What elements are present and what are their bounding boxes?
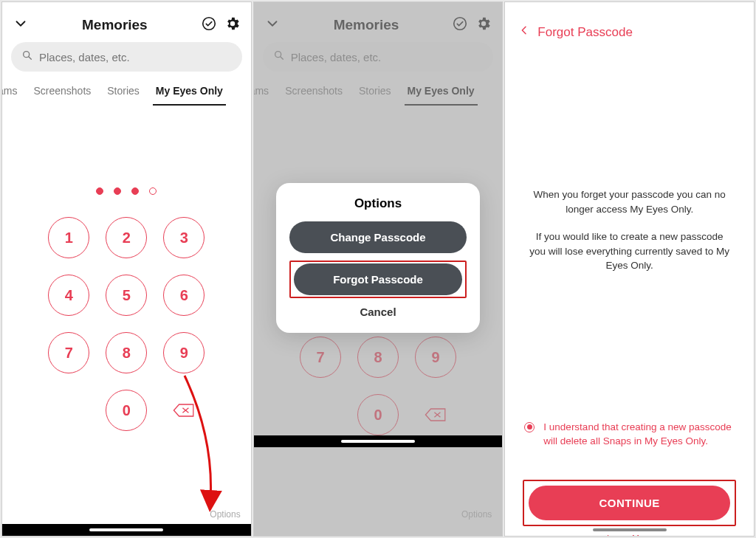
select-icon[interactable] (201, 15, 217, 35)
svg-line-2 (29, 57, 31, 59)
home-indicator (505, 524, 754, 536)
tab-screenshots[interactable]: Screenshots (30, 79, 94, 106)
passcode-dot (149, 187, 157, 195)
passcode-indicator (2, 187, 251, 195)
search-input[interactable] (39, 51, 232, 63)
svg-point-1 (24, 52, 30, 58)
consent-text: I understand that creating a new passcod… (543, 421, 735, 449)
search-icon (21, 49, 39, 64)
home-indicator (2, 524, 251, 536)
passcode-dot (131, 187, 139, 195)
memories-header: Memories (2, 2, 251, 42)
keypad-7[interactable]: 7 (48, 332, 89, 373)
keypad-9[interactable]: 9 (163, 332, 205, 373)
consent-row[interactable]: I understand that creating a new passcod… (505, 421, 754, 449)
keypad-5[interactable]: 5 (106, 275, 147, 316)
cancel-button[interactable]: Cancel (289, 301, 467, 323)
change-passcode-button[interactable]: Change Passcode (289, 221, 467, 253)
svg-point-0 (202, 18, 215, 30)
search-field[interactable] (11, 42, 242, 72)
passcode-dot (96, 187, 103, 195)
chevron-down-icon[interactable] (13, 15, 29, 35)
tab-stories[interactable]: Stories (104, 79, 142, 106)
continue-button[interactable]: CONTINUE (529, 486, 730, 520)
passcode-keypad: 1 2 3 4 5 6 7 8 9 0 (2, 217, 251, 431)
keypad-4[interactable]: 4 (48, 275, 89, 316)
keypad-spacer (48, 390, 89, 431)
annotation-highlight: Forgot Passcode (289, 261, 467, 298)
tab-snaps-partial[interactable]: ams (1, 79, 20, 106)
page-title: Memories (82, 17, 148, 33)
home-indicator (254, 435, 503, 447)
sheet-title: Options (289, 196, 467, 211)
memories-tabs: ams Screenshots Stories My Eyes Only (2, 79, 251, 106)
keypad-8[interactable]: 8 (106, 332, 147, 373)
gear-icon[interactable] (224, 15, 241, 35)
tab-my-eyes-only[interactable]: My Eyes Only (153, 79, 226, 106)
keypad-0[interactable]: 0 (106, 390, 147, 431)
options-sheet: Options Change Passcode Forgot Passcode … (276, 183, 481, 333)
warning-paragraph-2: If you would like to create a new passco… (505, 230, 754, 273)
warning-paragraph-1: When you forget your passcode you can no… (505, 187, 754, 216)
options-link[interactable]: Options (210, 509, 240, 520)
radio-checked-icon[interactable] (524, 422, 535, 432)
keypad-6[interactable]: 6 (163, 275, 205, 316)
page-title: Forgot Passcode (537, 25, 633, 40)
annotation-highlight: CONTINUE (523, 480, 736, 526)
keypad-1[interactable]: 1 (48, 217, 89, 258)
passcode-dot (114, 187, 121, 195)
back-icon[interactable] (518, 24, 530, 40)
keypad-2[interactable]: 2 (106, 217, 147, 258)
keypad-3[interactable]: 3 (163, 217, 205, 258)
forgot-passcode-button[interactable]: Forgot Passcode (294, 263, 463, 295)
forgot-passcode-header: Forgot Passcode (505, 2, 754, 47)
keypad-backspace[interactable] (163, 390, 205, 431)
